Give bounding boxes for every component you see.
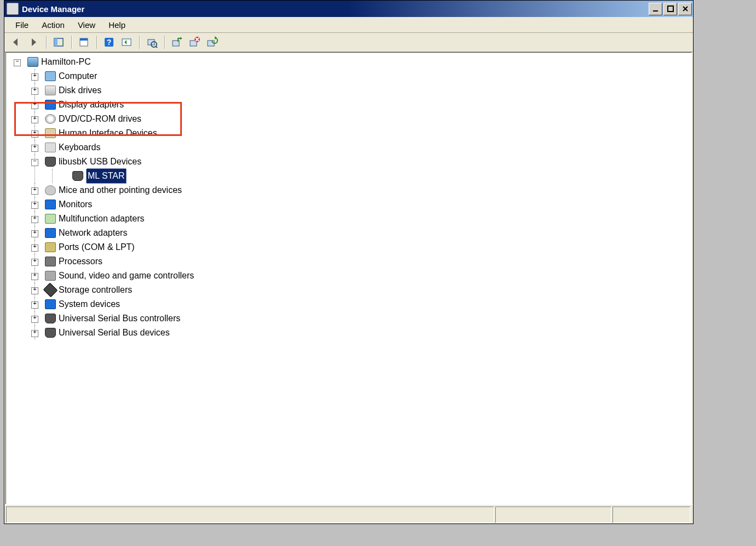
tree-node[interactable]: libusbK USB DevicesML STAR — [27, 155, 688, 183]
hid-icon — [44, 128, 56, 139]
expand-icon[interactable] — [31, 73, 38, 81]
tree-node-label[interactable]: Processors — [59, 254, 102, 269]
expand-icon[interactable] — [31, 287, 38, 294]
tree-node-label[interactable]: Network adapters — [59, 226, 127, 240]
device-manager-window: Device Manager File Action View Help — [4, 0, 694, 524]
net-icon — [44, 228, 56, 238]
tree-leaf-label[interactable]: ML STAR — [86, 168, 127, 184]
tree-node[interactable]: Sound, video and game controllers — [27, 269, 688, 283]
tree-node[interactable]: Network adapters — [27, 226, 688, 240]
update-driver-button[interactable] — [204, 34, 220, 50]
sys-icon — [44, 299, 56, 310]
toolbar-separator — [46, 36, 47, 49]
forward-button[interactable] — [25, 34, 42, 50]
tree-node[interactable]: Mice and other pointing devices — [27, 183, 688, 197]
expand-icon[interactable] — [31, 88, 38, 95]
tree-node[interactable]: DVD/CD-ROM drives — [27, 112, 688, 126]
scan-hardware-button[interactable] — [144, 34, 160, 50]
dvd-icon — [44, 113, 56, 124]
tree-node-label[interactable]: Monitors — [59, 197, 92, 212]
toolbar-separator — [96, 36, 98, 49]
kbd-icon — [44, 142, 56, 153]
show-hide-tree-button[interactable] — [50, 34, 67, 50]
tree-node-label[interactable]: Computer — [59, 69, 97, 83]
menu-view[interactable]: View — [71, 19, 102, 31]
minimize-button[interactable] — [649, 3, 662, 15]
tree-node[interactable]: Monitors — [27, 197, 688, 212]
tree-leaf[interactable]: ML STAR — [44, 169, 688, 183]
tree-node-label[interactable]: Mice and other pointing devices — [59, 183, 182, 197]
maximize-button[interactable] — [663, 3, 677, 15]
svg-rect-0 — [653, 10, 658, 12]
tree-node[interactable]: Storage controllers — [27, 283, 688, 297]
tree-node[interactable]: Human Interface Devices — [27, 126, 688, 140]
root-label[interactable]: Hamilton-PC — [41, 55, 91, 69]
tree-node-label[interactable]: Display adapters — [59, 98, 124, 112]
tree-node[interactable]: Processors — [27, 254, 688, 269]
tree-node[interactable]: Display adapters — [27, 98, 688, 112]
toolbar-separator — [71, 36, 72, 49]
tree-node-label[interactable]: System devices — [59, 297, 120, 311]
disable-device-button[interactable] — [186, 34, 203, 50]
expand-icon[interactable] — [31, 330, 38, 337]
tree-node[interactable]: Keyboards — [27, 140, 688, 155]
sound-icon — [44, 270, 56, 281]
tree-node[interactable]: System devices — [27, 297, 688, 311]
monitor-icon — [44, 199, 56, 210]
tree-node-label[interactable]: DVD/CD-ROM drives — [59, 112, 141, 126]
tree-node-label[interactable]: Universal Serial Bus controllers — [59, 311, 180, 326]
tree-node-label[interactable]: Sound, video and game controllers — [59, 269, 194, 283]
tree-node-label[interactable]: Disk drives — [59, 83, 101, 98]
expand-icon[interactable] — [31, 259, 38, 266]
tree-node[interactable]: Universal Serial Bus controllers — [27, 311, 688, 326]
tree-node[interactable]: Multifunction adapters — [27, 212, 688, 226]
svg-rect-1 — [668, 6, 673, 12]
tree-node[interactable]: Computer — [27, 69, 688, 83]
device-tree-panel[interactable]: Hamilton-PC ComputerDisk drivesDisplay a… — [5, 52, 692, 504]
storage-icon — [44, 285, 56, 295]
expand-icon[interactable] — [31, 145, 38, 152]
back-button[interactable] — [8, 34, 24, 50]
disk-icon — [44, 85, 56, 96]
collapse-icon[interactable] — [14, 59, 21, 66]
expand-icon[interactable] — [31, 187, 38, 195]
tree-node-label[interactable]: Storage controllers — [59, 283, 132, 297]
tree-node[interactable]: Ports (COM & LPT) — [27, 240, 688, 254]
expand-icon[interactable] — [31, 116, 38, 123]
mouse-icon — [44, 185, 56, 196]
tree-node[interactable]: Disk drives — [27, 83, 688, 98]
expand-icon[interactable] — [31, 316, 38, 323]
menu-help[interactable]: Help — [102, 19, 132, 31]
tree-root[interactable]: Hamilton-PC ComputerDisk drivesDisplay a… — [9, 55, 688, 340]
title-bar[interactable]: Device Manager — [4, 1, 693, 17]
expand-icon[interactable] — [31, 202, 38, 209]
tree-node-label[interactable]: Keyboards — [59, 140, 101, 155]
expand-icon[interactable] — [31, 230, 38, 237]
tree-node-label[interactable]: Ports (COM & LPT) — [59, 240, 135, 254]
tree-node-label[interactable]: Multifunction adapters — [59, 212, 145, 226]
expand-icon[interactable] — [31, 273, 38, 280]
close-button[interactable] — [678, 3, 692, 15]
action-button[interactable] — [118, 34, 135, 50]
tree-node-label[interactable]: libusbK USB Devices — [59, 155, 141, 169]
enable-device-button[interactable] — [169, 34, 185, 50]
menu-file[interactable]: File — [9, 19, 35, 31]
menu-action[interactable]: Action — [35, 19, 71, 31]
collapse-icon[interactable] — [31, 159, 38, 166]
expand-icon[interactable] — [31, 102, 38, 109]
multi-icon — [44, 213, 56, 224]
expand-icon[interactable] — [31, 130, 38, 138]
help-button[interactable]: ? — [101, 34, 117, 50]
expand-icon[interactable] — [31, 244, 38, 252]
status-panel-2 — [495, 507, 611, 523]
device-tree[interactable]: Hamilton-PC ComputerDisk drivesDisplay a… — [9, 55, 688, 340]
expand-icon[interactable] — [31, 216, 38, 223]
app-icon — [7, 3, 19, 15]
properties-button[interactable] — [76, 34, 92, 50]
tree-node-label[interactable]: Universal Serial Bus devices — [59, 326, 170, 340]
toolbar-separator — [139, 36, 140, 49]
tree-node[interactable]: Universal Serial Bus devices — [27, 326, 688, 340]
expand-icon[interactable] — [31, 302, 38, 309]
tree-node-label[interactable]: Human Interface Devices — [59, 126, 157, 140]
window-title: Device Manager — [22, 4, 84, 14]
